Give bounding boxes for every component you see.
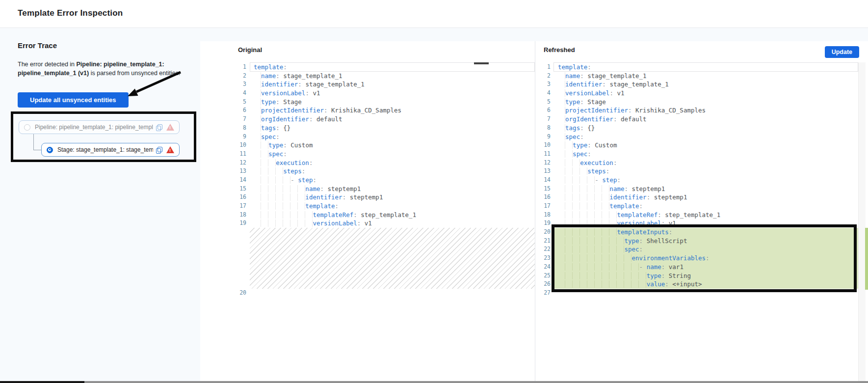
stage-radio[interactable] (47, 147, 53, 153)
annotation-arrow (118, 64, 186, 103)
line-number: 7 (535, 115, 551, 124)
line-number: 9 (535, 133, 551, 141)
code-line: template: (553, 202, 858, 211)
code-line: spec: (553, 150, 858, 159)
line-number: 25 (535, 272, 551, 280)
horizontal-scrollbar-thumb[interactable] (0, 381, 84, 383)
code-line: identifier: steptemp1 (553, 193, 858, 202)
line-number: 15 (535, 185, 551, 193)
line-number: 27 (535, 289, 551, 298)
line-number: 10 (227, 141, 246, 150)
tree-item-stage[interactable]: Stage: stage_template_1: stage_templat..… (41, 143, 180, 157)
code-line: versionLabel: v1 (250, 219, 535, 228)
code-line: type: Custom (553, 141, 858, 150)
desc-pipeline-version: pipeline_template_1 (v1) (18, 70, 89, 77)
update-all-unsynced-button[interactable]: Update all unsynced entities (18, 92, 129, 108)
line-number: 4 (227, 89, 246, 98)
tree-connector-horizontal (33, 150, 41, 150)
code-line: name: stage_template_1 (553, 72, 858, 81)
code-line: versionLabel: v1 (250, 89, 535, 98)
line-number: 17 (535, 202, 551, 211)
gutter-spacer (227, 228, 246, 289)
copy-icon[interactable] (156, 147, 162, 153)
code-line: tags: {} (250, 124, 535, 133)
line-number: 13 (535, 167, 551, 176)
code-line: projectIdentifier: Krishika_CD_Samples (250, 106, 535, 115)
line-number: 17 (227, 202, 246, 211)
code-line: type: Stage (553, 98, 858, 107)
code-line: execution: (250, 159, 535, 167)
warning-icon (166, 124, 174, 131)
original-editor[interactable]: template: name: stage_template_1 identif… (250, 63, 535, 298)
code-line: identifier: stage_template_1 (250, 80, 535, 89)
copy-icon[interactable] (156, 124, 162, 131)
line-number: 16 (535, 193, 551, 202)
line-number: 23 (535, 254, 551, 263)
code-line: spec: (553, 133, 858, 141)
annotation-rect-added-lines (552, 224, 857, 292)
code-line: name: stage_template_1 (250, 72, 535, 81)
code-line: template: (250, 202, 535, 211)
code-line: name: steptemp1 (250, 185, 535, 193)
line-number: 15 (227, 185, 246, 193)
line-number: 6 (535, 106, 551, 115)
update-button[interactable]: Update (825, 46, 859, 58)
line-number: 2 (535, 72, 551, 81)
code-line: spec: (250, 150, 535, 159)
line-number: 10 (535, 141, 551, 150)
line-number: 19 (227, 219, 246, 228)
original-editor-gutter: 1234567891011121314151617181920 (227, 63, 246, 298)
code-line: identifier: steptemp1 (250, 193, 535, 202)
line-number: 4 (535, 89, 551, 98)
line-number: 16 (227, 193, 246, 202)
refreshed-panel-label: Refreshed (544, 46, 575, 54)
code-line: - step: (553, 176, 858, 185)
line-number: 14 (227, 176, 246, 185)
line-number: 19 (535, 219, 551, 228)
line-number: 18 (227, 211, 246, 219)
line-number: 11 (227, 150, 246, 159)
code-line: versionLabel: v1 (553, 89, 858, 98)
original-panel-label: Original (238, 46, 262, 54)
code-line: tags: {} (553, 124, 858, 133)
line-number: 7 (227, 115, 246, 124)
pipeline-label: Pipeline: pipeline_template_1: pipeline_… (35, 124, 153, 131)
code-line: spec: (250, 133, 535, 141)
code-line: steps: (553, 167, 858, 176)
line-number: 20 (535, 228, 551, 237)
diff-added-ruler-marker (865, 228, 868, 290)
error-trace-heading: Error Trace (18, 41, 57, 50)
code-line (250, 289, 535, 298)
tree-item-pipeline[interactable]: Pipeline: pipeline_template_1: pipeline_… (19, 120, 180, 134)
line-number: 6 (227, 106, 246, 115)
line-number: 8 (227, 124, 246, 133)
line-number: 8 (535, 124, 551, 133)
warning-icon (166, 146, 174, 153)
code-line: projectIdentifier: Krishika_CD_Samples (553, 106, 858, 115)
code-line: execution: (553, 159, 858, 167)
code-line: templateRef: step_template_1 (250, 211, 535, 219)
pipeline-radio[interactable] (24, 124, 30, 131)
code-line: name: steptemp1 (553, 185, 858, 193)
line-number: 5 (227, 98, 246, 107)
code-line: templateRef: step_template_1 (553, 211, 858, 219)
desc-text: The error detected in (18, 61, 77, 68)
line-number: 12 (535, 159, 551, 167)
content-top-strip (200, 28, 868, 41)
line-number: 18 (535, 211, 551, 219)
line-number: 1 (227, 63, 246, 72)
horizontal-scrollbar-track[interactable] (0, 381, 868, 383)
code-line: template: (250, 63, 535, 72)
line-number: 2 (227, 72, 246, 81)
stage-label: Stage: stage_template_1: stage_templat..… (57, 146, 153, 153)
page-header (0, 0, 868, 28)
template-error-inspection-page: Template Error Inspection Error Trace Th… (0, 0, 868, 383)
diff-spacer-hatch (250, 228, 535, 289)
line-number: 3 (227, 80, 246, 89)
refreshed-scrollbar-track[interactable] (858, 62, 866, 381)
code-line: orgIdentifier: default (250, 115, 535, 124)
line-number: 26 (535, 280, 551, 289)
code-line: identifier: stage_template_1 (553, 80, 858, 89)
line-number: 14 (535, 176, 551, 185)
line-number: 3 (535, 80, 551, 89)
